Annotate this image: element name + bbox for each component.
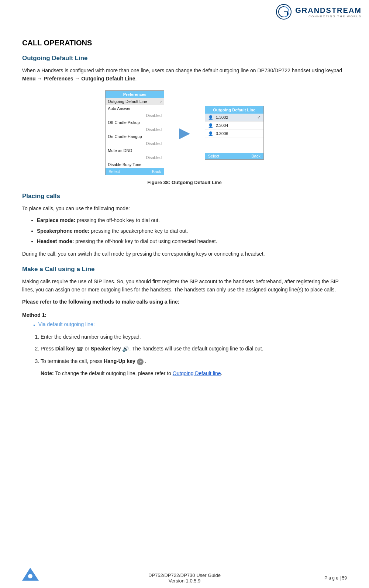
- mode-speakerphone: Speakerphone mode: pressing the speakerp…: [37, 227, 347, 235]
- pref-back-btn: Back: [152, 169, 161, 174]
- figure-38-container: Preferences Outgoing Default Line › Auto…: [22, 90, 347, 185]
- method1-steps-list: Enter the desired number using the keypa…: [41, 333, 347, 366]
- please-refer-text: Please refer to the following methods to…: [22, 298, 347, 306]
- pref-row-outgoing: Outgoing Default Line ›: [106, 98, 164, 105]
- logo-tagline: CONNECTING THE WORLD: [295, 15, 362, 18]
- footer-title: DP752/DP722/DP730 User Guide: [148, 573, 221, 578]
- footer-version: Version 1.0.5.9: [148, 578, 221, 584]
- step-3: To terminate the call, press Hang-Up key…: [41, 357, 347, 365]
- speaker-key-icon: 🔊: [122, 345, 129, 353]
- dial-key-icon: ☎: [76, 345, 83, 353]
- mode-headset: Headset mode: pressing the off-hook key …: [37, 237, 347, 245]
- pref-row-mute-dnd-val: Disabled: [106, 154, 164, 161]
- line-row-2: 👤 2.3004: [205, 122, 263, 130]
- preferences-header: Preferences: [106, 91, 164, 98]
- outgoing-default-line-link[interactable]: Outgoing Default line: [173, 370, 221, 376]
- line-row-3: 👤 3.3006: [205, 130, 263, 138]
- placing-calls-intro: To place calls, you can use the followin…: [22, 204, 347, 212]
- grandstream-logo-icon: [276, 4, 292, 20]
- outgoing-back-btn: Back: [251, 154, 260, 158]
- page-footer: DP752/DP722/DP730 User Guide Version 1.0…: [0, 568, 369, 588]
- arrow-right: ►: [175, 122, 194, 143]
- note-label: Note:: [41, 370, 54, 376]
- pref-row-auto-answer-val: Disabled: [106, 112, 164, 119]
- outgoing-default-line-heading: Outgoing Default Line: [22, 55, 347, 62]
- pref-row-disable-busy: Disable Busy Tone: [106, 161, 164, 168]
- footer-text: DP752/DP722/DP730 User Guide Version 1.0…: [148, 573, 221, 584]
- pref-row-auto-answer: Auto Answer: [106, 105, 164, 112]
- logo-brand-name: GRANDSTREAM: [295, 6, 362, 15]
- method1-label: Method 1:: [22, 311, 347, 319]
- footer-logo-icon: [22, 566, 39, 582]
- step-1: Enter the desired number using the keypa…: [41, 333, 347, 341]
- pref-row-on-cradle-val: Disabled: [106, 140, 164, 147]
- pref-select-btn: Select: [108, 169, 120, 174]
- outgoing-header: Outgoing Default Line: [205, 106, 263, 114]
- line-row-1: 👤 1.3002 ✓: [205, 114, 263, 122]
- via-default-label: Via default outgoing line:: [38, 321, 95, 327]
- via-default-line-item: ▪ Via default outgoing line:: [33, 321, 347, 329]
- hang-up-icon: ⟳: [137, 359, 144, 365]
- preferences-footer: Select Back: [106, 168, 164, 175]
- make-call-intro: Making calls require the use of SIP line…: [22, 277, 347, 294]
- svg-point-2: [28, 574, 32, 578]
- outgoing-select-btn: Select: [208, 154, 220, 158]
- pref-row-mute-dnd: Mute as DND: [106, 147, 164, 154]
- footer-divider: [0, 562, 369, 562]
- note-paragraph: Note: To change the default outgoing lin…: [41, 369, 347, 377]
- pref-row-off-cradle-val: Disabled: [106, 126, 164, 133]
- make-call-line-heading: Make a Call using a Line: [22, 266, 347, 273]
- logo-container: GRANDSTREAM CONNECTING THE WORLD: [276, 4, 362, 20]
- preferences-screen: Preferences Outgoing Default Line › Auto…: [105, 90, 164, 175]
- outgoing-footer: Select Back: [205, 153, 263, 159]
- note-text-content: To change the default outgoing line, ple…: [55, 370, 172, 376]
- figure-38-caption: Figure 38: Outgoing Default Line: [147, 180, 222, 185]
- outgoing-default-screen: Outgoing Default Line 👤 1.3002 ✓ 👤 2.300…: [205, 106, 264, 160]
- during-call-text: During the call, you can switch the call…: [22, 250, 347, 258]
- step-2: Press Dial key ☎ or Speaker key 🔊. The h…: [41, 345, 347, 353]
- placing-calls-modes-list: Earpiece mode: pressing the off-hook key…: [37, 216, 347, 245]
- placing-calls-heading: Placing calls: [22, 193, 347, 200]
- footer-page-number: P a g e | 59: [324, 575, 347, 581]
- pref-row-off-cradle: Off-Cradle Pickup: [106, 119, 164, 126]
- page-title: CALL OPERATIONS: [22, 39, 347, 47]
- outgoing-default-line-intro: When a Handsets is configured with more …: [22, 66, 347, 83]
- pref-row-on-cradle: On-Cradle Hangup: [106, 133, 164, 140]
- mode-earpiece: Earpiece mode: pressing the off-hook key…: [37, 216, 347, 224]
- sub-bullet-marker: ▪: [33, 321, 35, 329]
